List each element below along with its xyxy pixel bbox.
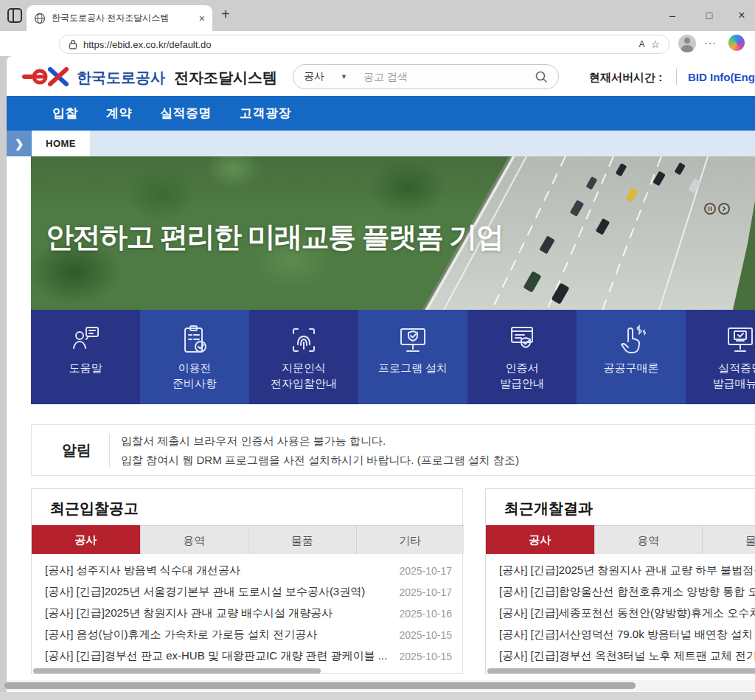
carousel-next-button[interactable]: [718, 203, 730, 215]
item-title: [공사] [긴급]경부선 옥천3터널 노후 제트팬 교체 전기공사: [499, 649, 755, 663]
quick-card-fingerprint[interactable]: 지문인식 전자입찰안내: [249, 310, 358, 404]
new-tab-button[interactable]: +: [221, 6, 230, 23]
search-category-select[interactable]: 공사: [304, 70, 324, 83]
quick-card-program-install[interactable]: 프로그램 설치: [358, 310, 467, 404]
tab-close-icon[interactable]: ×: [199, 13, 205, 24]
notice-box: 알림 입찰서 제출시 브라우저 인증서 사용은 불가능 합니다. 입찰 참여시 …: [31, 424, 755, 476]
quick-card-certificate[interactable]: 인증서 발급안내: [467, 310, 577, 404]
quick-card-help[interactable]: 도움말: [31, 310, 140, 404]
lock-icon: [69, 39, 77, 49]
search-input[interactable]: [363, 71, 535, 83]
quick-menu: 도움말 이용전 준비사항: [31, 310, 755, 404]
ex-logo[interactable]: [22, 65, 71, 91]
nav-item-contract[interactable]: 계약: [106, 105, 132, 122]
server-time-label: 현재서버시간 :: [589, 71, 662, 85]
quick-card-label: 이용전: [173, 360, 217, 375]
list-item[interactable]: [공사] [긴급]함양울산선 합천호휴게소 양방향 통합 오수처: [499, 581, 755, 603]
quick-card-label2: 전자입찰안내: [271, 375, 337, 391]
board-scrollbar[interactable]: [33, 668, 321, 673]
nav-item-customer[interactable]: 고객광장: [240, 105, 291, 122]
profile-avatar[interactable]: [678, 35, 696, 52]
nav-item-bid[interactable]: 입찰: [52, 105, 78, 122]
quick-card-procurement-loan[interactable]: 공공구매론: [577, 310, 686, 404]
quick-card-label: 공공구매론: [604, 360, 659, 375]
performance-manual-icon: [724, 320, 755, 360]
quick-card-label2: 발급매뉴얼: [713, 375, 755, 391]
item-title: [공사] [긴급]2025년 창원지사 관내 교량 하부 불법점용 방: [499, 564, 755, 578]
board-title: 최근입찰공고: [50, 499, 139, 519]
address-bar[interactable]: https://ebid.ex.co.kr/default.do A ☆: [59, 35, 669, 54]
header-divider: [676, 69, 677, 85]
item-date: 2025-10-16: [399, 608, 452, 620]
tab-construction[interactable]: 공사: [486, 525, 594, 554]
tab-service[interactable]: 용역: [140, 525, 248, 554]
tab-actions-icon[interactable]: [7, 8, 22, 23]
breadcrumb-home-tab[interactable]: HOME: [32, 131, 90, 156]
item-title: [공사] 성주지사 방음벽 식수대 개선공사: [45, 564, 390, 578]
close-button[interactable]: ×: [732, 6, 751, 25]
browser-tab[interactable]: 한국도로공사 전자조달시스템 ×: [27, 5, 212, 31]
item-date: 2025-10-17: [399, 586, 452, 598]
board-title: 최근개찰결과: [504, 499, 593, 519]
item-date: 2025-10-15: [399, 629, 452, 641]
recent-result-board: 최근개찰결과 공사 용역 물품 [공사] [긴급]2025년 창원지사 관내 교…: [485, 488, 755, 674]
fingerprint-icon: [288, 320, 320, 360]
quick-card-label: 프로그램 설치: [378, 360, 448, 375]
list-item[interactable]: [공사] [긴급]2025년 서울경기본부 관내 도로시설 보수공사(3권역) …: [45, 581, 452, 603]
certificate-icon: [506, 320, 538, 360]
tab-construction[interactable]: 공사: [32, 525, 140, 554]
horizontal-scrollbar-thumb[interactable]: [4, 682, 636, 689]
notice-line-1: 입찰서 제출시 브라우저 인증서 사용은 불가능 합니다.: [121, 432, 519, 451]
more-menu-icon[interactable]: ···: [704, 37, 717, 49]
hero-banner: 안전하고 편리한 미래교통 플랫폼 기업: [31, 156, 755, 310]
board-scrollbar[interactable]: [487, 668, 755, 673]
tab-title: 한국도로공사 전자조달시스템: [52, 12, 193, 24]
browser-window: 한국도로공사 전자조달시스템 × + – □ × ← ⟳ https://ebi…: [0, 0, 755, 700]
list-item[interactable]: [공사] [긴급]경부선 판교 ex-HUB 및 대왕판교IC 개량 관련 광케…: [45, 645, 452, 667]
notice-divider: [109, 434, 110, 468]
item-title: [공사] 음성(남이)휴게소 가속차로 가로등 설치 전기공사: [45, 628, 390, 642]
quick-card-label: 인증서: [500, 360, 544, 375]
minimize-button[interactable]: –: [663, 6, 682, 25]
search-icon[interactable]: [535, 70, 548, 83]
tab-goods[interactable]: 물품: [702, 525, 755, 554]
notice-title: 알림: [62, 440, 91, 460]
item-title: [공사] [긴급]경부선 판교 ex-HUB 및 대왕판교IC 개량 관련 광케…: [45, 649, 390, 663]
read-aloud-icon[interactable]: A: [639, 39, 644, 49]
search-box: 공사 ▼: [293, 64, 559, 89]
list-item[interactable]: [공사] 성주지사 방음벽 식수대 개선공사 2025-10-17: [45, 560, 452, 581]
quick-card-performance-manual[interactable]: 실적증명 발급매뉴얼: [686, 310, 755, 404]
chevron-down-icon[interactable]: ▼: [341, 73, 347, 80]
help-icon: [69, 320, 102, 360]
item-title: [공사] [긴급]서산영덕선 79.0k 방음터널 배연창 설치 전기: [499, 628, 755, 642]
item-title: [공사] [긴급]2025년 서울경기본부 관내 도로시설 보수공사(3권역): [45, 585, 390, 599]
list-item[interactable]: [공사] 음성(남이)휴게소 가속차로 가로등 설치 전기공사 2025-10-…: [45, 624, 452, 645]
tab-goods[interactable]: 물품: [248, 525, 356, 554]
quick-card-label: 지문인식: [271, 360, 337, 375]
site-name-secondary: 전자조달시스템: [174, 68, 277, 88]
nav-item-performance[interactable]: 실적증명: [160, 105, 212, 122]
list-item[interactable]: [공사] [긴급]서산영덕선 79.0k 방음터널 배연창 설치 전기: [499, 624, 755, 645]
quick-card-label2: 준비사항: [173, 375, 217, 391]
favorite-icon[interactable]: ☆: [650, 38, 660, 50]
window-bottom-frame: [0, 692, 755, 700]
list-item[interactable]: [공사] [긴급]경부선 옥천3터널 노후 제트팬 교체 전기공사: [499, 645, 755, 667]
quick-card-label: 도움말: [69, 360, 102, 375]
breadcrumb-bar: [7, 131, 755, 156]
carousel-pause-button[interactable]: [704, 203, 716, 215]
bid-info-link[interactable]: BID Info(Eng: [688, 71, 755, 83]
globe-icon: [34, 13, 46, 24]
hero-headline: 안전하고 편리한 미래교통 플랫폼 기업: [46, 218, 503, 256]
checklist-icon: [178, 320, 211, 360]
list-item[interactable]: [공사] [긴급]2025년 창원지사 관내 교량 배수시설 개량공사 2025…: [45, 603, 452, 624]
quick-card-preparation[interactable]: 이용전 준비사항: [140, 310, 249, 404]
copilot-icon[interactable]: [728, 35, 745, 51]
tab-service[interactable]: 용역: [594, 525, 703, 554]
program-install-icon: [397, 320, 429, 360]
tab-etc[interactable]: 기타: [356, 525, 465, 554]
board-tabs: 공사 용역 물품: [486, 525, 755, 554]
list-item[interactable]: [공사] [긴급]세종포천선 동천안(양방향)휴게소 오수처리시: [499, 603, 755, 624]
maximize-button[interactable]: □: [700, 6, 719, 25]
sidebar-expand-button[interactable]: ❯: [7, 131, 32, 156]
list-item[interactable]: [공사] [긴급]2025년 창원지사 관내 교량 하부 불법점용 방: [499, 560, 755, 581]
